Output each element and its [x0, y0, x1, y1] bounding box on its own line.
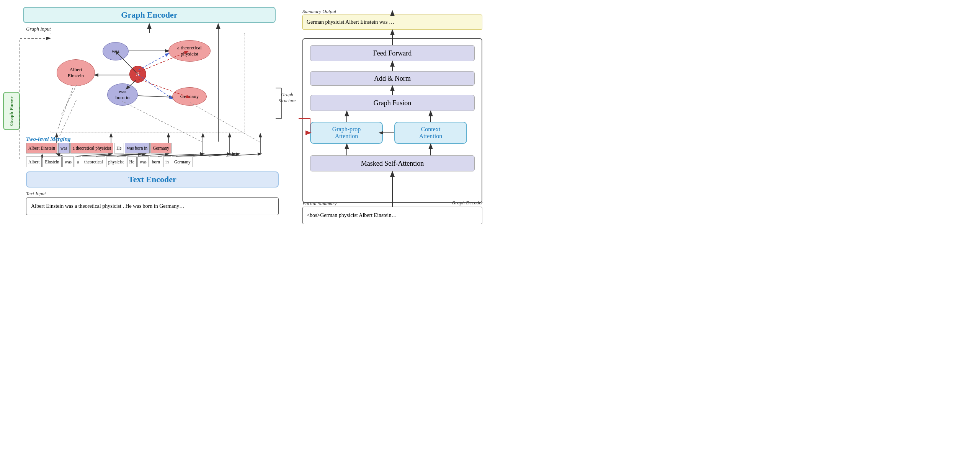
graph-fusion-box: Graph Fusion — [310, 95, 475, 111]
text-input-content: Albert Einstein was a theoretical physic… — [31, 203, 185, 209]
token-germany-merged: Germany — [150, 143, 172, 153]
text-input-label: Text Input — [26, 191, 46, 197]
text-encoder-label: Text Encoder — [128, 175, 176, 184]
token-he: He — [114, 143, 124, 153]
summary-output-content: German physicist Albert Einstein was … — [307, 19, 394, 25]
token-was: was — [58, 143, 70, 153]
text-input-box: Albert Einstein was a theoretical physic… — [26, 197, 279, 215]
graph-encoder-box: Graph Encoder — [23, 7, 276, 23]
token-physicist: physicist — [106, 157, 126, 167]
svg-line-28 — [209, 154, 239, 156]
token-he-base: He — [127, 157, 137, 167]
token-born: born — [150, 157, 162, 167]
graph-input-label: Graph Input — [26, 26, 51, 32]
summary-output-label: Summary Output — [302, 8, 336, 15]
graph-decoder-box — [302, 38, 482, 203]
base-token-row: Albert Einstein was a theoretical physic… — [26, 156, 193, 168]
token-was-born-in: was born in — [125, 143, 150, 153]
feed-forward-box: Feed Forward — [310, 45, 475, 61]
masked-self-attention-label: Masked Self-Attention — [361, 160, 424, 168]
token-theoretical-physicist: a theoretical physicist — [70, 143, 113, 153]
graph-prop-attention-label: Graph-propAttention — [332, 126, 361, 140]
token-albert: Albert — [26, 157, 42, 167]
token-einstein: Einstein — [42, 157, 62, 167]
graph-prop-attention-box: Graph-propAttention — [310, 122, 383, 144]
graph-encoder-label: Graph Encoder — [121, 10, 177, 20]
node-was: was — [103, 42, 129, 60]
token-in: in — [163, 157, 171, 167]
token-germany-base: Germany — [172, 157, 193, 167]
main-container: Graph Encoder Graph Input Graph Parser A… — [0, 0, 490, 236]
graph-decoder-label: Graph Decoder — [452, 200, 483, 206]
node-germany: Germany — [172, 87, 207, 106]
right-side: Summary Output German physicist Albert E… — [299, 0, 490, 236]
token-was-base: was — [62, 157, 74, 167]
text-encoder-box: Text Encoder — [26, 171, 279, 188]
summary-output-box: German physicist Albert Einstein was … — [302, 15, 482, 30]
graph-structure-label: GraphStructure — [276, 92, 299, 104]
graph-parser-label: Graph Parser — [8, 96, 15, 126]
masked-self-attention-box: Masked Self-Attention — [310, 155, 475, 171]
token-theoretical-base: theoretical — [82, 157, 105, 167]
context-attention-box: ContextAttention — [394, 122, 467, 144]
graph-parser-box: Graph Parser — [3, 92, 20, 130]
partial-summary-content: <bos>German physicist Albert Einstein… — [307, 212, 397, 219]
node-theoretical: a theoreticalphysicist — [168, 40, 211, 62]
feed-forward-label: Feed Forward — [373, 49, 412, 57]
token-was-base2: was — [137, 157, 149, 167]
svg-line-27 — [193, 154, 235, 156]
node-bornin: wasborn in — [107, 83, 138, 106]
partial-summary-box: <bos>German physicist Albert Einstein… — [302, 207, 482, 224]
context-attention-label: ContextAttention — [419, 126, 442, 140]
add-norm-box: Add & Norm — [310, 71, 475, 86]
node-albert: AlbertEinstein — [57, 59, 95, 86]
token-a: a — [75, 157, 81, 167]
merged-token-row: Albert Einstein was a theoretical physic… — [26, 142, 172, 154]
graph-fusion-label: Graph Fusion — [374, 99, 412, 107]
two-level-merging-label: Two-level Merging — [26, 136, 71, 142]
node-s: S — [129, 66, 146, 83]
add-norm-label: Add & Norm — [374, 75, 411, 83]
svg-line-29 — [226, 154, 261, 156]
partial-summary-label: Partial Summary — [302, 201, 336, 207]
token-albert-einstein: Albert Einstein — [26, 143, 57, 153]
left-side: Graph Encoder Graph Input Graph Parser A… — [0, 0, 299, 236]
